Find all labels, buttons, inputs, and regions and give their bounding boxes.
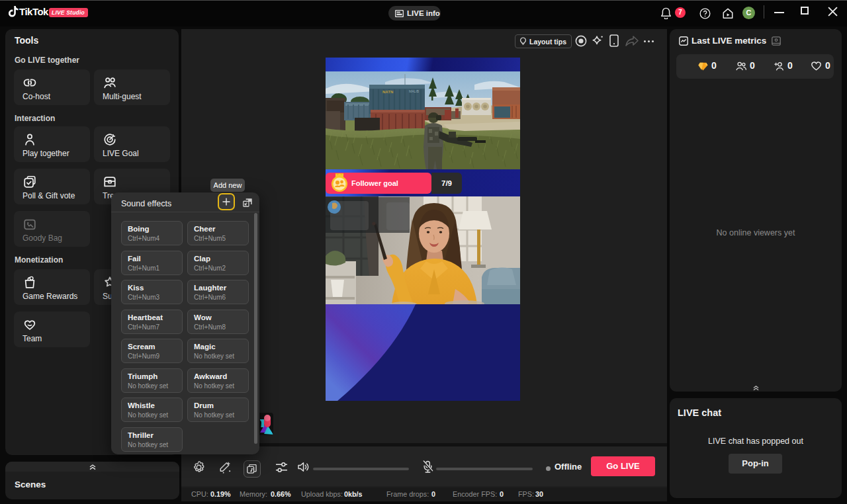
svg-text:NATN: NATN (382, 90, 393, 94)
svg-text:MALIB: MALIB (409, 89, 420, 93)
